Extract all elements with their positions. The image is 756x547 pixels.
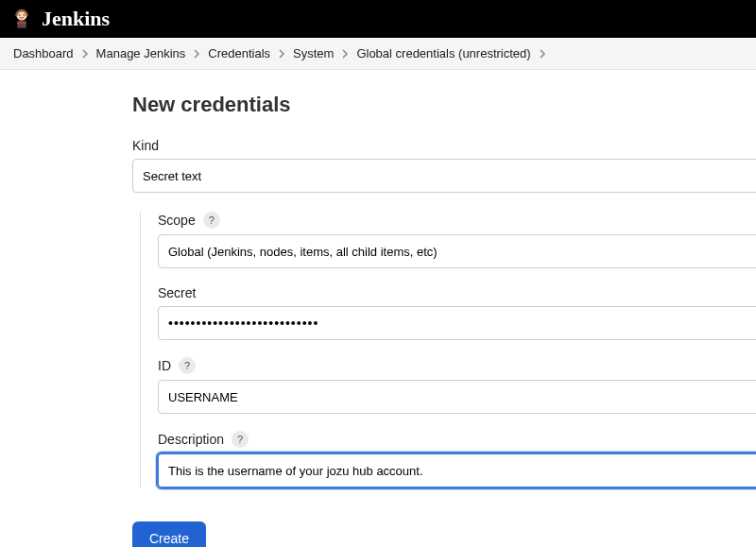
description-label: Description — [158, 432, 224, 447]
scope-select[interactable] — [158, 234, 756, 268]
kind-field: Kind — [132, 138, 756, 193]
breadcrumb-credentials[interactable]: Credentials — [208, 46, 270, 60]
breadcrumb-dashboard[interactable]: Dashboard — [13, 46, 74, 60]
chevron-right-icon — [278, 49, 285, 59]
secret-field: Secret — [158, 285, 756, 340]
chevron-right-icon — [81, 49, 89, 59]
nested-section: Scope ? Secret ID ? Description ? — [140, 212, 756, 487]
help-icon[interactable]: ? — [179, 357, 196, 374]
id-input[interactable] — [158, 380, 756, 414]
id-label: ID — [158, 358, 171, 373]
kind-select[interactable] — [132, 159, 756, 193]
svg-point-3 — [24, 14, 26, 16]
chevron-right-icon — [193, 49, 200, 59]
page-title: New credentials — [132, 93, 756, 117]
jenkins-logo-icon — [9, 7, 34, 31]
create-button[interactable]: Create — [132, 521, 206, 547]
breadcrumb: Dashboard Manage Jenkins Credentials Sys… — [0, 38, 756, 70]
secret-label: Secret — [158, 285, 196, 300]
main-content: New credentials Kind Scope ? Secret — [0, 70, 756, 547]
id-field: ID ? — [158, 357, 756, 414]
top-bar: Jenkins — [0, 0, 756, 38]
breadcrumb-global-credentials[interactable]: Global credentials (unrestricted) — [356, 46, 530, 60]
kind-label: Kind — [132, 138, 159, 153]
help-icon[interactable]: ? — [232, 431, 249, 448]
description-input[interactable] — [158, 453, 756, 487]
brand-text: Jenkins — [42, 7, 110, 31]
breadcrumb-system[interactable]: System — [293, 46, 334, 60]
chevron-right-icon — [341, 49, 349, 59]
svg-rect-4 — [18, 22, 26, 24]
help-icon[interactable]: ? — [203, 212, 220, 229]
breadcrumb-manage-jenkins[interactable]: Manage Jenkins — [96, 46, 186, 60]
scope-label: Scope — [158, 213, 196, 228]
secret-input[interactable] — [158, 306, 756, 340]
chevron-right-icon — [539, 49, 546, 59]
scope-field: Scope ? — [158, 212, 756, 268]
description-field: Description ? — [158, 431, 756, 487]
svg-point-2 — [19, 14, 21, 16]
